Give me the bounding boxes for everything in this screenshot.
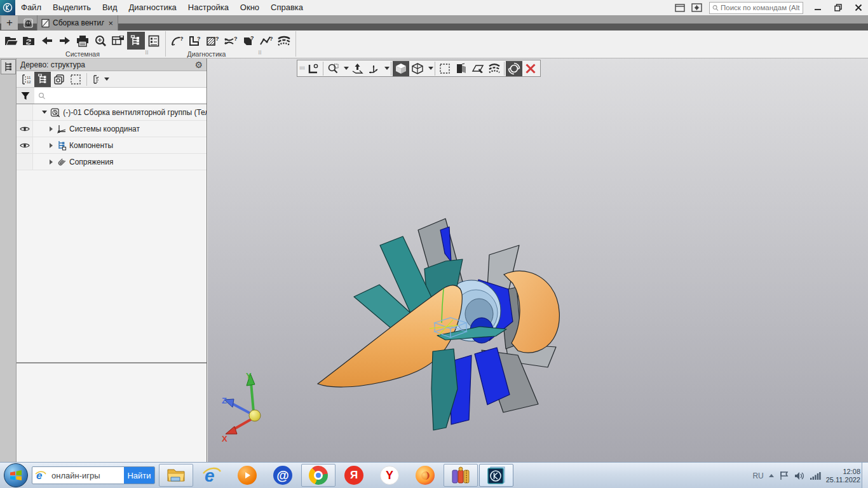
measure-distance-button[interactable]: ? bbox=[222, 32, 240, 50]
taskbar-winrar-button[interactable] bbox=[444, 464, 478, 487]
action-center-icon[interactable] bbox=[779, 471, 789, 480]
measure-perimeter-button[interactable]: ? bbox=[168, 32, 186, 50]
taskbar-kompas-button[interactable] bbox=[479, 464, 513, 487]
start-button[interactable] bbox=[4, 463, 28, 487]
command-search-input[interactable] bbox=[721, 4, 800, 11]
taskbar-firefox-button[interactable] bbox=[408, 464, 442, 487]
measure-area-button[interactable]: ? bbox=[204, 32, 222, 50]
taskbar-search-widget[interactable]: e онлайн-игры Найти bbox=[32, 466, 155, 484]
clock-date: 25.11.2022 bbox=[826, 476, 860, 484]
tree-search-field[interactable] bbox=[34, 88, 207, 104]
group-grip[interactable]: ⠿ bbox=[145, 50, 150, 57]
volume-icon[interactable] bbox=[794, 471, 804, 480]
tree-numbered-icon: 11 12 bbox=[20, 74, 32, 85]
restore-icon bbox=[834, 4, 842, 11]
close-button[interactable] bbox=[849, 1, 868, 15]
tree-filter-list-button[interactable] bbox=[90, 72, 111, 87]
system-tray: RU 12:08 25.11.2022 bbox=[752, 463, 860, 488]
language-indicator[interactable]: RU bbox=[752, 471, 763, 480]
kompas-app-icon bbox=[487, 466, 506, 485]
measure-volume-icon: ? bbox=[241, 35, 255, 47]
measure-length-icon: ? bbox=[259, 35, 273, 47]
start-page-tab[interactable] bbox=[19, 15, 37, 30]
gear-icon[interactable]: ⚙ bbox=[194, 60, 203, 70]
taskbar-yandex-button[interactable]: Y bbox=[372, 464, 407, 487]
filter-button[interactable] bbox=[17, 88, 34, 104]
tree-structure-icon bbox=[4, 62, 13, 72]
tree-row-coordinate-systems[interactable]: Системы координат bbox=[17, 121, 207, 137]
svg-text:?: ? bbox=[197, 36, 201, 42]
tab-title: Сборка вентиля... bbox=[53, 18, 104, 27]
menu-diagnostics[interactable]: Диагностика bbox=[123, 0, 182, 15]
command-search[interactable] bbox=[709, 2, 803, 14]
restore-button[interactable] bbox=[829, 1, 848, 15]
recent-documents-button[interactable] bbox=[20, 32, 38, 50]
firefox-icon bbox=[416, 466, 435, 485]
taskbar-yandex-browser-button[interactable]: Я bbox=[337, 464, 371, 487]
expand-collapse-icon[interactable] bbox=[50, 126, 53, 132]
eye-icon[interactable] bbox=[20, 126, 30, 132]
row-gutter bbox=[17, 121, 33, 137]
layout-window-button[interactable] bbox=[672, 1, 688, 14]
print-button[interactable] bbox=[74, 32, 92, 50]
tab-assembly-document[interactable]: Сборка вентиля... × bbox=[37, 15, 118, 30]
menu-window[interactable]: Окно bbox=[234, 0, 265, 15]
printer-icon bbox=[76, 35, 89, 47]
show-desktop-button[interactable] bbox=[862, 463, 868, 488]
fan-assembly-model[interactable]: Y Z X bbox=[208, 58, 868, 462]
taskbar-explorer-button[interactable] bbox=[159, 464, 193, 487]
window-icon bbox=[675, 4, 685, 12]
assembly-icon bbox=[50, 107, 61, 118]
taskbar-ie-button[interactable]: e bbox=[194, 464, 229, 487]
expand-collapse-icon[interactable] bbox=[50, 143, 53, 148]
clock[interactable]: 12:08 25.11.2022 bbox=[826, 468, 860, 484]
tab-close-icon[interactable]: × bbox=[107, 18, 114, 28]
new-document-button[interactable]: + bbox=[1, 16, 18, 30]
measure-mass-button[interactable]: ? bbox=[240, 32, 257, 50]
taskbar-wmp-button[interactable] bbox=[230, 464, 264, 487]
expand-collapse-icon[interactable] bbox=[42, 111, 47, 114]
axis-x-label: X bbox=[222, 434, 227, 444]
minimize-button[interactable] bbox=[808, 1, 827, 15]
model-viewport[interactable]: ⠿⠿ bbox=[208, 58, 868, 462]
taskbar-search-text[interactable]: онлайн-игры bbox=[49, 471, 124, 480]
undo-button[interactable] bbox=[38, 32, 56, 50]
structure-tree-button[interactable] bbox=[127, 32, 145, 50]
open-document-button[interactable] bbox=[3, 32, 20, 50]
tray-expand-icon[interactable] bbox=[769, 474, 774, 477]
menu-select[interactable]: Выделить bbox=[47, 0, 97, 15]
measure-corner-button[interactable]: ? bbox=[186, 32, 204, 50]
menu-settings[interactable]: Настройка bbox=[182, 0, 234, 15]
redo-button[interactable] bbox=[56, 32, 74, 50]
folder-sync-icon bbox=[22, 35, 36, 46]
tree-panel-toggle-button[interactable] bbox=[1, 59, 16, 74]
print-preview-button[interactable] bbox=[92, 32, 109, 50]
taskbar-mailru-button[interactable]: @ bbox=[266, 464, 300, 487]
network-signal-icon[interactable] bbox=[810, 471, 821, 480]
group-grip[interactable]: ⠿ bbox=[258, 50, 263, 57]
tree-components-button[interactable] bbox=[51, 72, 67, 87]
taskbar-chrome-button[interactable] bbox=[301, 464, 336, 487]
tree-row-root[interactable]: (-)-01 Сборка вентиляторной группы (Тел bbox=[17, 104, 207, 121]
menu-help[interactable]: Справка bbox=[265, 0, 309, 15]
eye-icon[interactable] bbox=[20, 142, 30, 149]
main-toolbar: ? ? ? ? bbox=[0, 30, 868, 58]
parameters-panel-button[interactable] bbox=[145, 32, 163, 50]
tree-by-structure-button[interactable] bbox=[34, 72, 51, 87]
menu-file[interactable]: Файл bbox=[15, 0, 47, 15]
taskbar-search-button[interactable]: Найти bbox=[124, 466, 154, 484]
measure-edge-length-button[interactable]: ? bbox=[257, 32, 275, 50]
tree-by-order-button[interactable]: 11 12 bbox=[18, 72, 34, 87]
components-icon bbox=[57, 140, 67, 151]
tree-structure-icon bbox=[37, 74, 48, 85]
tree-row-components[interactable]: Компоненты bbox=[17, 137, 207, 154]
tree-selection-button[interactable] bbox=[67, 72, 84, 87]
deviation-analysis-button[interactable] bbox=[275, 32, 293, 50]
expand-collapse-icon[interactable] bbox=[50, 159, 53, 165]
tree-row-mates[interactable]: Сопряжения bbox=[17, 154, 207, 170]
windows-taskbar: e онлайн-игры Найти e @ bbox=[0, 462, 868, 488]
save-layout-button[interactable] bbox=[109, 32, 127, 50]
screen-settings-button[interactable] bbox=[689, 1, 704, 14]
menu-view[interactable]: Вид bbox=[97, 0, 123, 15]
close-icon bbox=[855, 4, 862, 11]
